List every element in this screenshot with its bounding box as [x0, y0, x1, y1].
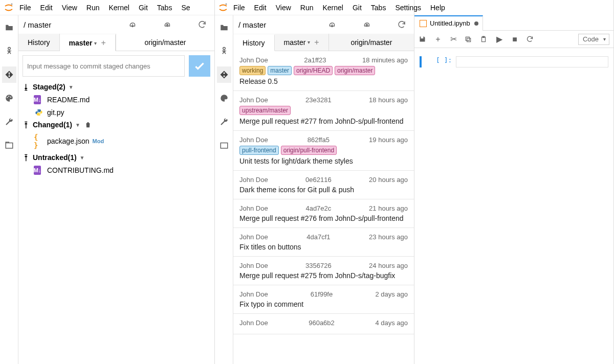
ref-tag: upstream/master [239, 106, 291, 115]
refresh-icon[interactable] [394, 17, 409, 32]
file-type-icon [34, 108, 44, 117]
paste-icon[interactable] [480, 36, 488, 43]
stage-up-icon: ⭱ [23, 121, 30, 129]
commit-message-input[interactable] [23, 55, 185, 77]
staged-head-label: Staged(2) [33, 83, 65, 91]
commit-author: John Doe [239, 262, 268, 269]
restart-icon[interactable] [526, 35, 534, 43]
ref-tag: origin/master [335, 66, 375, 75]
commit-message: Merge pull request #277 from JohnD-s/pul… [239, 117, 408, 125]
menu-file[interactable]: File [19, 4, 31, 12]
svg-point-12 [223, 73, 225, 74]
commit-item[interactable]: John Doe960a6b24 days ago [233, 314, 414, 334]
wrench-icon[interactable] [2, 113, 16, 130]
commit-author: John Doe [239, 176, 268, 184]
menu-tabs[interactable]: Tabs [157, 4, 172, 12]
commit-item[interactable]: John Doe4ad7e2c21 hours agoMerge pull re… [233, 199, 414, 228]
run-icon[interactable]: ▶ [495, 34, 503, 44]
commit-item[interactable]: John Doe23e328118 hours agoupstream/mast… [233, 91, 414, 131]
menu-run[interactable]: Run [86, 4, 100, 12]
cell-type-select[interactable]: Code [578, 34, 609, 45]
menubar-left: File Edit View Run Kernel Git Tabs Se [0, 0, 214, 15]
running-icon[interactable] [217, 43, 231, 59]
stop-icon[interactable]: ■ [511, 35, 519, 44]
commit-item[interactable]: John Doe335672624 hours agoMerge pull re… [233, 257, 414, 285]
cut-icon[interactable]: ✂ [449, 34, 457, 44]
commit-hash: 4da7cf1 [268, 233, 369, 241]
mod-badge: Mod [93, 138, 104, 144]
palette-icon[interactable] [2, 90, 16, 106]
add-branch-icon[interactable]: + [101, 38, 105, 48]
menu-view[interactable]: View [62, 4, 77, 12]
commit-item[interactable]: John Doe4da7cf123 hours agoFix titles on… [233, 228, 414, 257]
notebook-tab[interactable]: Untitled.ipynb [414, 15, 483, 31]
pull-icon[interactable] [325, 17, 339, 32]
refresh-icon[interactable] [195, 17, 209, 32]
file-row[interactable]: M↓CONTRIBUTING.md [18, 164, 214, 177]
tabs-icon[interactable] [2, 137, 16, 153]
menu-kernel[interactable]: Kernel [108, 4, 129, 12]
notebook-tab-title: Untitled.ipynb [430, 19, 470, 27]
menu-kernel[interactable]: Kernel [322, 4, 343, 12]
wrench-icon[interactable] [217, 113, 231, 130]
menu-file[interactable]: File [233, 4, 245, 12]
file-row[interactable]: git.py [18, 106, 214, 119]
folder-icon[interactable] [217, 19, 231, 36]
tabs-icon[interactable] [217, 137, 231, 153]
add-cell-icon[interactable]: + [434, 35, 442, 44]
commit-item[interactable]: John Doe0e6211620 hours agoDark theme ic… [233, 171, 414, 199]
commit-time: 19 hours ago [369, 136, 408, 144]
menu-settings-cut[interactable]: Se [181, 4, 190, 12]
untracked-section-header[interactable]: ⭱ Untracked(1) ▼ [18, 151, 214, 164]
pull-icon[interactable] [125, 17, 140, 32]
tab-history[interactable]: History [18, 34, 60, 51]
menu-edit[interactable]: Edit [40, 4, 53, 12]
git-icon[interactable] [2, 66, 16, 83]
menu-git[interactable]: Git [139, 4, 148, 12]
tab-branch[interactable]: master ▾+ [60, 34, 116, 51]
file-row[interactable]: M↓README.md [18, 93, 214, 106]
cell-type-label: Code [583, 35, 599, 43]
commit-author: John Doe [239, 136, 268, 144]
tab-remote[interactable]: origin/master [329, 34, 414, 51]
notebook-toolbar: + ✂ ▶ ■ Code [414, 31, 613, 48]
cell-input[interactable] [456, 56, 608, 67]
commit-item[interactable]: John Doe862ffa519 hours agopull-frontend… [233, 131, 414, 171]
svg-point-2 [8, 73, 10, 74]
commit-item[interactable]: John Doe2a1ff2318 minutes agoworkingmast… [233, 51, 414, 91]
svg-point-0 [11, 3, 13, 5]
palette-icon[interactable] [217, 90, 231, 106]
commit-item[interactable]: John Doe61f99fe2 days agoFix typo in com… [233, 285, 414, 314]
menu-run[interactable]: Run [300, 4, 314, 12]
menu-tabs[interactable]: Tabs [371, 4, 386, 12]
menu-git[interactable]: Git [353, 4, 362, 12]
save-icon[interactable] [419, 35, 427, 43]
svg-point-9 [40, 114, 40, 115]
changed-head-label: Changed(1) [33, 121, 72, 129]
push-icon[interactable] [360, 17, 374, 32]
ref-tag: origin/HEAD [294, 66, 333, 75]
discard-icon[interactable] [84, 121, 92, 128]
tab-history[interactable]: History [233, 34, 275, 51]
tab-branch[interactable]: master ▾+ [275, 34, 329, 51]
branch-path: / master [24, 20, 51, 29]
changed-section-header[interactable]: ⭱ Changed(1) ▼ [18, 119, 214, 131]
push-icon[interactable] [160, 17, 174, 32]
commit-author: John Doe [239, 204, 268, 212]
commit-hash: 862ffa5 [268, 136, 369, 144]
staged-section-header[interactable]: ⭳ Staged(2) ▼ [18, 81, 214, 93]
running-icon[interactable] [2, 43, 16, 59]
chevron-down-icon: ▾ [94, 40, 97, 46]
svg-rect-14 [221, 143, 228, 149]
copy-icon[interactable] [465, 36, 473, 43]
tab-remote[interactable]: origin/master [116, 34, 214, 51]
folder-icon[interactable] [2, 19, 16, 36]
file-row[interactable]: { }package.jsonMod [18, 131, 214, 151]
add-branch-icon[interactable]: + [314, 38, 319, 47]
notebook-cell[interactable]: [ ]: [420, 56, 608, 67]
svg-point-4 [7, 97, 8, 98]
git-icon[interactable] [217, 66, 231, 83]
menu-view[interactable]: View [276, 4, 291, 12]
menu-edit[interactable]: Edit [254, 4, 267, 12]
commit-button[interactable] [189, 55, 210, 77]
